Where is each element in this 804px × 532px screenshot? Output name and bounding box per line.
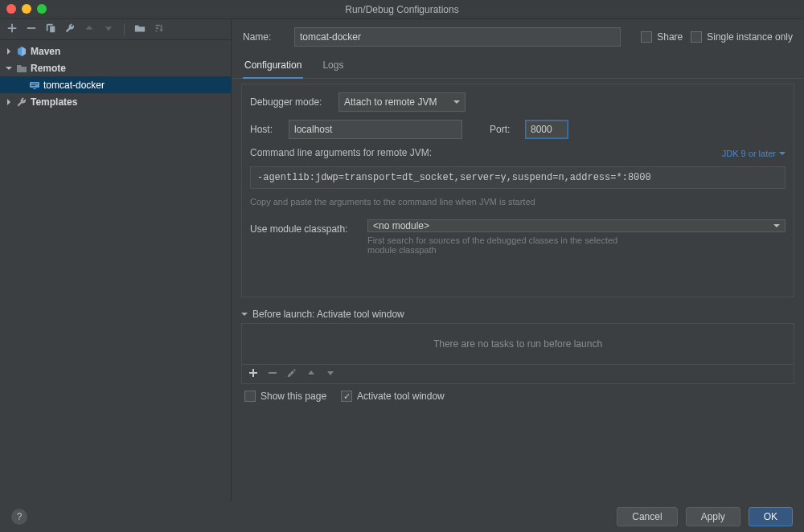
up-task-icon: [306, 368, 316, 380]
name-label: Name:: [243, 31, 286, 43]
tab-configuration[interactable]: Configuration: [243, 56, 303, 79]
tree-item-templates[interactable]: Templates: [0, 93, 231, 110]
cli-label: Command line arguments for remote JVM:: [250, 147, 432, 158]
port-label: Port:: [490, 124, 517, 135]
show-this-page-checkbox[interactable]: Show this page: [244, 391, 326, 402]
tree-label: Remote: [31, 63, 66, 74]
tree-item-tomcat-docker[interactable]: tomcat-docker: [0, 76, 231, 93]
sidebar: Maven Remote tomcat-docker Templates: [0, 19, 232, 501]
arrow-down-icon: [241, 311, 248, 317]
remote-icon: [29, 80, 40, 91]
apply-button[interactable]: Apply: [686, 507, 740, 526]
chevron-down-icon: [453, 96, 460, 108]
toolbar-separator: [124, 23, 125, 36]
share-checkbox[interactable]: Share: [641, 31, 683, 43]
jdk-link-text: JDK 9 or later: [722, 149, 776, 158]
folder-move-icon[interactable]: [134, 23, 146, 36]
tree-item-maven[interactable]: Maven: [0, 43, 231, 59]
tree-label: Maven: [31, 46, 60, 57]
help-button[interactable]: ?: [11, 509, 27, 525]
add-config-icon[interactable]: [6, 23, 18, 36]
host-label: Host:: [250, 124, 281, 135]
wrench-icon[interactable]: [64, 23, 76, 36]
before-launch-toolbar: [242, 364, 794, 383]
before-launch-header[interactable]: Before launch: Activate tool window: [241, 309, 794, 320]
close-window-icon[interactable]: [6, 4, 16, 14]
chevron-down-icon: [773, 220, 780, 231]
cli-args-readonly[interactable]: -agentlib:jdwp=transport=dt_socket,serve…: [250, 166, 786, 189]
before-launch-panel: There are no tasks to run before launch: [241, 323, 794, 384]
content-area: Name: Share Single instance only Configu…: [232, 19, 804, 501]
svg-rect-0: [30, 82, 39, 88]
folder-icon: [16, 63, 27, 74]
cancel-button[interactable]: Cancel: [617, 507, 677, 526]
single-instance-checkbox[interactable]: Single instance only: [691, 31, 793, 43]
activate-tool-label: Activate tool window: [357, 391, 445, 402]
cli-args-hint: Copy and paste the arguments to the comm…: [250, 197, 786, 207]
down-disabled-icon: [103, 23, 114, 36]
configuration-panel: Debugger mode: Attach to remote JVM Host…: [241, 84, 794, 297]
name-field[interactable]: [294, 27, 621, 47]
window-title: Run/Debug Configurations: [345, 4, 458, 15]
sidebar-toolbar: [0, 19, 231, 40]
debugger-mode-value: Attach to remote JVM: [344, 96, 437, 108]
titlebar: Run/Debug Configurations: [0, 0, 804, 19]
tree-label: tomcat-docker: [43, 80, 105, 91]
module-hint: First search for sources of the debugged…: [367, 235, 625, 255]
sort-icon[interactable]: [154, 23, 165, 36]
host-field[interactable]: [289, 120, 462, 139]
up-disabled-icon: [84, 23, 95, 36]
chevron-down-icon: [779, 150, 786, 157]
single-label: Single instance only: [707, 31, 793, 43]
before-launch-title: Before launch: Activate tool window: [252, 309, 404, 320]
share-label: Share: [657, 31, 683, 43]
tab-logs[interactable]: Logs: [321, 56, 345, 78]
remove-task-icon: [268, 368, 277, 380]
ok-button[interactable]: OK: [749, 507, 793, 526]
minimize-window-icon[interactable]: [22, 4, 31, 14]
debugger-mode-combo[interactable]: Attach to remote JVM: [338, 92, 466, 112]
bottom-bar: ? Cancel Apply OK: [0, 501, 804, 532]
edit-task-icon: [287, 368, 297, 380]
remove-config-icon[interactable]: [26, 23, 37, 36]
tree-item-remote[interactable]: Remote: [0, 59, 231, 76]
copy-config-icon[interactable]: [45, 23, 56, 36]
jdk-version-link[interactable]: JDK 9 or later: [722, 149, 786, 158]
maven-icon: [16, 46, 27, 57]
maximize-window-icon[interactable]: [37, 4, 47, 14]
svg-rect-1: [31, 84, 38, 84]
add-task-icon[interactable]: [248, 368, 258, 380]
window-controls: [6, 4, 47, 14]
down-task-icon: [326, 368, 335, 380]
wrench-small-icon: [16, 96, 27, 108]
before-launch-empty: There are no tasks to run before launch: [242, 324, 794, 364]
tree-label: Templates: [31, 96, 77, 108]
module-combo[interactable]: <no module>: [367, 219, 786, 232]
module-value: <no module>: [373, 220, 429, 231]
port-field[interactable]: [525, 120, 568, 139]
module-label: Use module classpath:: [250, 219, 359, 235]
debugger-mode-label: Debugger mode:: [250, 96, 330, 108]
tabs: Configuration Logs: [232, 50, 804, 79]
activate-tool-window-checkbox[interactable]: Activate tool window: [341, 391, 445, 402]
show-this-page-label: Show this page: [260, 391, 326, 402]
config-tree: Maven Remote tomcat-docker Templates: [0, 40, 231, 113]
svg-rect-2: [31, 85, 35, 86]
svg-rect-3: [33, 88, 36, 89]
